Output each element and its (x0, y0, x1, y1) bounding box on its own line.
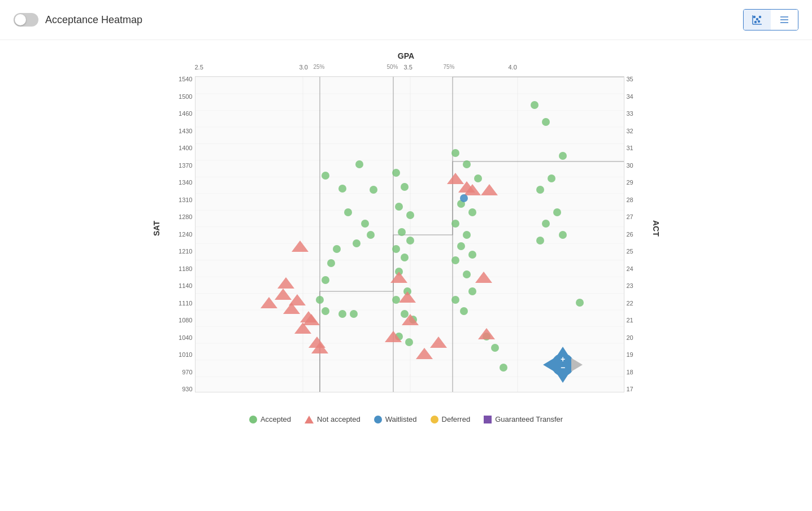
svg-rect-111 (484, 416, 492, 423)
svg-point-59 (463, 270, 471, 278)
sat-tick-930: 930 (182, 386, 192, 392)
svg-text:−: − (560, 363, 565, 372)
svg-point-67 (536, 186, 544, 194)
sat-tick-1430: 1430 (179, 128, 192, 134)
act-tick-32: 32 (627, 128, 633, 134)
svg-point-38 (398, 228, 406, 236)
svg-point-23 (344, 208, 352, 216)
svg-point-24 (361, 220, 369, 228)
chart-wrapper: SAT 2.5 3.0 3.5 4.0 25% 50% 75% 1540 150… (152, 64, 661, 392)
svg-point-58 (451, 256, 459, 264)
svg-point-63 (531, 101, 539, 109)
svg-point-3 (755, 21, 757, 23)
waitlisted-legend-icon (374, 416, 382, 423)
sat-tick-1280: 1280 (179, 214, 192, 220)
svg-point-74 (491, 344, 499, 352)
legend-waitlisted-label: Waitlisted (385, 415, 417, 423)
svg-point-68 (553, 208, 561, 216)
sat-tick-1180: 1180 (179, 266, 192, 272)
chart-container: GPA SAT 2.5 3.0 3.5 4.0 25% 50% 75% 1540… (0, 40, 812, 438)
act-tick-26: 26 (627, 232, 633, 238)
act-tick-18: 18 (627, 369, 633, 375)
sat-tick-970: 970 (182, 369, 192, 375)
sat-tick-1240: 1240 (179, 232, 192, 238)
guaranteed-transfer-legend-icon (484, 416, 492, 423)
svg-marker-108 (305, 416, 314, 423)
svg-point-44 (392, 296, 400, 304)
svg-point-110 (431, 416, 438, 423)
act-tick-27: 27 (627, 214, 633, 220)
svg-point-69 (542, 220, 550, 228)
svg-point-29 (316, 296, 324, 304)
svg-point-36 (395, 203, 403, 211)
svg-point-66 (548, 174, 555, 182)
act-tick-20: 20 (627, 335, 633, 341)
svg-point-27 (333, 245, 341, 253)
chart-legend: Accepted Not accepted Waitlisted Deferre… (240, 406, 572, 433)
sat-tick-1010: 1010 (179, 352, 192, 358)
act-tick-25: 25 (627, 248, 633, 255)
legend-accepted-label: Accepted (260, 415, 291, 423)
scatter-view-button[interactable] (744, 10, 771, 30)
act-tick-29: 29 (627, 180, 633, 186)
svg-point-32 (350, 310, 358, 318)
svg-point-21 (355, 160, 363, 168)
list-view-button[interactable] (771, 10, 798, 30)
legend-waitlisted: Waitlisted (374, 415, 417, 423)
svg-point-49 (451, 149, 459, 157)
percentile-75: 75% (444, 64, 455, 70)
accepted-legend-icon (249, 416, 257, 423)
svg-point-51 (474, 174, 482, 182)
svg-point-33 (322, 276, 329, 284)
act-tick-24: 24 (627, 266, 633, 272)
svg-point-65 (559, 152, 567, 160)
toggle-switch[interactable] (14, 13, 38, 27)
x-tick-0: 2.5 (195, 64, 203, 71)
sat-tick-1210: 1210 (179, 248, 192, 255)
percentile-50: 50% (387, 64, 398, 70)
svg-point-62 (460, 307, 468, 315)
svg-point-99 (460, 194, 468, 202)
act-tick-31: 31 (627, 145, 633, 151)
x-tick-3: 4.0 (509, 64, 517, 71)
sat-tick-1500: 1500 (179, 94, 192, 100)
x-tick-1: 3.0 (299, 64, 308, 71)
svg-text:+: + (560, 355, 565, 364)
act-tick-28: 28 (627, 197, 633, 203)
svg-point-48 (405, 338, 413, 346)
sat-tick-1370: 1370 (179, 163, 192, 169)
svg-point-31 (338, 310, 346, 318)
y-axis-right-label: ACT (652, 220, 661, 237)
svg-point-60 (468, 287, 476, 295)
legend-deferred-label: Deferred (442, 415, 471, 423)
svg-point-0 (754, 16, 755, 18)
legend-guaranteed-transfer-label: Guaranteed Transfer (495, 415, 563, 423)
act-tick-21: 21 (627, 317, 633, 324)
legend-guaranteed-transfer: Guaranteed Transfer (484, 415, 563, 423)
svg-point-64 (542, 118, 550, 126)
svg-point-25 (367, 231, 375, 239)
svg-point-34 (392, 169, 400, 177)
legend-not-accepted: Not accepted (305, 415, 361, 423)
sat-tick-1110: 1110 (179, 300, 192, 307)
view-toggle-group (743, 9, 798, 30)
sat-tick-1460: 1460 (179, 111, 192, 117)
act-tick-34: 34 (627, 94, 633, 100)
sat-tick-1140: 1140 (179, 283, 192, 289)
act-tick-35: 35 (627, 76, 633, 82)
act-tick-33: 33 (627, 111, 633, 117)
y-axis-left: 1540 1500 1460 1430 1400 1370 1340 1310 … (166, 76, 195, 392)
svg-point-50 (463, 160, 471, 168)
scatter-plot: + − (195, 76, 624, 392)
sat-tick-1400: 1400 (179, 145, 192, 151)
act-tick-17: 17 (627, 386, 633, 392)
act-tick-30: 30 (627, 163, 633, 169)
svg-point-35 (401, 183, 409, 191)
svg-point-55 (463, 231, 471, 239)
svg-point-73 (500, 364, 507, 372)
svg-point-56 (457, 242, 465, 250)
act-tick-23: 23 (627, 283, 633, 289)
svg-point-2 (759, 16, 761, 18)
svg-point-1 (757, 19, 758, 20)
svg-point-54 (451, 220, 459, 228)
